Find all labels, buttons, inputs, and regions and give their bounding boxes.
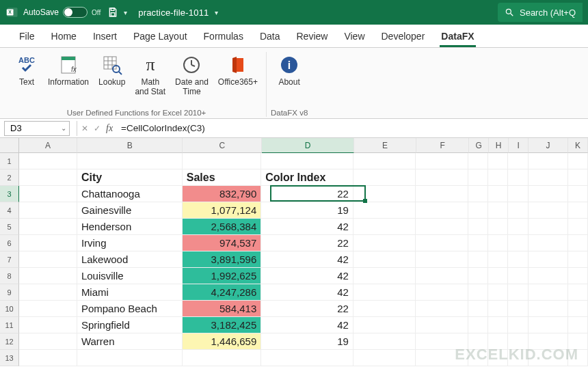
autosave-toggle[interactable]: AutoSave Off — [23, 7, 101, 18]
cell-F11[interactable] — [416, 317, 468, 333]
cell-H11[interactable] — [488, 317, 508, 333]
cell-F13[interactable] — [416, 350, 468, 366]
cell-E10[interactable] — [353, 301, 416, 317]
cell-I2[interactable] — [508, 169, 528, 186]
cell-G13[interactable] — [468, 350, 488, 366]
cell-K9[interactable] — [568, 284, 588, 301]
cell-C2[interactable]: Sales — [183, 169, 262, 186]
cell-H9[interactable] — [488, 284, 508, 301]
cell-E8[interactable] — [353, 268, 416, 284]
cell-A4[interactable] — [19, 202, 77, 219]
cell-I5[interactable] — [508, 219, 528, 235]
spreadsheet-grid[interactable]: 12345678910111213 ABCDEFGHIJK CitySalesC… — [0, 138, 588, 369]
row-header-7[interactable]: 7 — [0, 251, 19, 268]
row-header-10[interactable]: 10 — [0, 301, 19, 317]
cell-H5[interactable] — [488, 219, 508, 235]
cell-G3[interactable] — [468, 186, 488, 202]
row-header-12[interactable]: 12 — [0, 333, 19, 350]
col-header-I[interactable]: I — [509, 138, 529, 153]
cell-E2[interactable] — [353, 169, 416, 186]
cell-G10[interactable] — [468, 301, 488, 317]
cell-K4[interactable] — [568, 202, 588, 219]
cell-A12[interactable] — [19, 333, 77, 350]
col-header-K[interactable]: K — [568, 138, 588, 153]
cell-B2[interactable]: City — [77, 169, 183, 186]
tab-datafx[interactable]: DataFX — [433, 25, 482, 47]
cell-F1[interactable] — [416, 153, 468, 169]
cell-K7[interactable] — [568, 251, 588, 268]
cell-F6[interactable] — [416, 235, 468, 251]
cell-F2[interactable] — [416, 169, 468, 186]
cell-I13[interactable] — [508, 350, 528, 366]
filename[interactable]: practice-file-1011 — [138, 8, 209, 18]
cell-J1[interactable] — [529, 153, 568, 169]
cell-B9[interactable]: Miami — [77, 284, 183, 301]
cell-C12[interactable]: 1,446,659 — [183, 333, 262, 350]
cell-A11[interactable] — [19, 317, 77, 333]
cell-G9[interactable] — [468, 284, 488, 301]
cell-E11[interactable] — [353, 317, 416, 333]
cell-E6[interactable] — [353, 235, 416, 251]
row-header-9[interactable]: 9 — [0, 284, 19, 301]
cell-G11[interactable] — [468, 317, 488, 333]
cell-K3[interactable] — [568, 186, 588, 202]
cell-I3[interactable] — [508, 186, 528, 202]
cell-I6[interactable] — [508, 235, 528, 251]
cell-I4[interactable] — [508, 202, 528, 219]
cell-C7[interactable]: 3,891,596 — [183, 251, 262, 268]
cell-C1[interactable] — [183, 153, 262, 169]
cell-C3[interactable]: 832,790 — [183, 186, 262, 202]
cell-G4[interactable] — [468, 202, 488, 219]
cell-D2[interactable]: Color Index — [261, 169, 353, 186]
cell-E3[interactable] — [353, 186, 416, 202]
cell-K2[interactable] — [568, 169, 588, 186]
cell-I11[interactable] — [508, 317, 528, 333]
cell-G7[interactable] — [468, 251, 488, 268]
cell-D11[interactable]: 42 — [261, 317, 353, 333]
ribbon-btn-lookup[interactable]: Lookup — [94, 52, 129, 98]
cell-C9[interactable]: 4,247,286 — [183, 284, 262, 301]
tab-data[interactable]: Data — [252, 25, 289, 47]
col-header-A[interactable]: A — [19, 138, 77, 153]
col-header-E[interactable]: E — [354, 138, 416, 153]
cell-D8[interactable]: 42 — [261, 268, 353, 284]
cell-K1[interactable] — [568, 153, 588, 169]
cell-B11[interactable]: Springfield — [77, 317, 183, 333]
row-header-11[interactable]: 11 — [0, 317, 19, 333]
cell-B6[interactable]: Irving — [77, 235, 183, 251]
cell-E9[interactable] — [353, 284, 416, 301]
cell-G6[interactable] — [468, 235, 488, 251]
cell-J5[interactable] — [529, 219, 568, 235]
cell-I7[interactable] — [508, 251, 528, 268]
row-header-13[interactable]: 13 — [0, 350, 19, 366]
cell-B5[interactable]: Henderson — [77, 219, 183, 235]
cell-B7[interactable]: Lakewood — [77, 251, 183, 268]
cell-C13[interactable] — [183, 350, 262, 366]
cell-F12[interactable] — [416, 333, 468, 350]
row-header-4[interactable]: 4 — [0, 202, 19, 219]
cell-D1[interactable] — [261, 153, 353, 169]
cell-J3[interactable] — [529, 186, 568, 202]
cell-B3[interactable]: Chattanooga — [77, 186, 183, 202]
ribbon-btn-date-and[interactable]: Date andTime — [171, 52, 213, 98]
cell-F4[interactable] — [416, 202, 468, 219]
cell-D13[interactable] — [261, 350, 353, 366]
cell-I8[interactable] — [508, 268, 528, 284]
cell-G2[interactable] — [468, 169, 488, 186]
accept-icon[interactable]: ✓ — [94, 124, 101, 133]
cell-K11[interactable] — [568, 317, 588, 333]
cell-C5[interactable]: 2,568,384 — [183, 219, 262, 235]
cell-K6[interactable] — [568, 235, 588, 251]
cell-J7[interactable] — [529, 251, 568, 268]
cell-D12[interactable]: 19 — [261, 333, 353, 350]
cell-E1[interactable] — [353, 153, 416, 169]
row-header-1[interactable]: 1 — [0, 153, 19, 169]
row-header-8[interactable]: 8 — [0, 268, 19, 284]
cell-B10[interactable]: Pompano Beach — [77, 301, 183, 317]
cell-G12[interactable] — [468, 333, 488, 350]
cell-B1[interactable] — [77, 153, 183, 169]
cell-B12[interactable]: Warren — [77, 333, 183, 350]
tab-file[interactable]: File — [11, 25, 43, 47]
cell-F8[interactable] — [416, 268, 468, 284]
col-header-H[interactable]: H — [489, 138, 509, 153]
